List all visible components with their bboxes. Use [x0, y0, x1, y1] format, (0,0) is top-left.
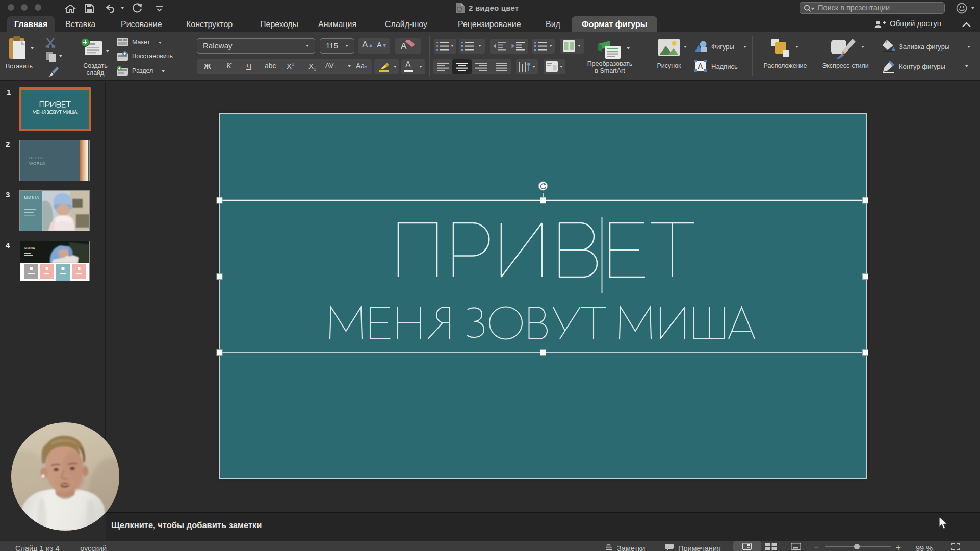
svg-text:МИША: МИША: [24, 246, 35, 250]
svg-text:A: A: [698, 62, 703, 71]
svg-text:A: A: [401, 41, 407, 51]
svg-text:МИША: МИША: [24, 195, 40, 201]
